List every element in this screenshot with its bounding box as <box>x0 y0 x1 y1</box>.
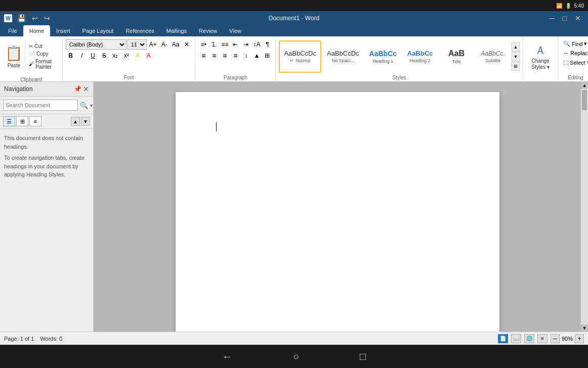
style-heading1[interactable]: AaBbCc Heading 1 <box>365 40 401 73</box>
android-back-btn[interactable]: ← <box>222 351 232 362</box>
nav-prev-btn[interactable]: ▲ <box>71 117 80 126</box>
document-page[interactable] <box>176 92 499 332</box>
align-justify-btn[interactable]: ≡ <box>230 51 240 61</box>
redo-quick-btn[interactable]: ↪ <box>42 13 52 23</box>
show-paragraph-btn[interactable]: ¶ <box>262 39 272 50</box>
minimize-btn[interactable]: ─ <box>547 13 558 23</box>
scroll-down-arrow[interactable]: ▼ <box>581 325 588 332</box>
paste-button[interactable]: 📋 Paste <box>3 39 25 73</box>
text-highlight-btn[interactable]: A <box>133 51 143 61</box>
view-outline[interactable]: ≡ <box>537 334 548 343</box>
font-row2: B I U S x₂ x² A A <box>66 51 192 61</box>
shading-btn[interactable]: ▲ <box>251 51 262 61</box>
numbering-btn[interactable]: 1. <box>209 39 219 50</box>
cut-button[interactable]: ✂ Cut <box>27 43 57 50</box>
line-spacing-btn[interactable]: ↕ <box>241 51 251 61</box>
document-area[interactable] <box>94 82 581 332</box>
font-color-btn[interactable]: A <box>144 51 154 61</box>
align-center-btn[interactable]: ≡ <box>209 51 219 61</box>
font-grow-btn[interactable]: A+ <box>148 39 158 50</box>
style-no-spacing[interactable]: AaBbCcDc No Spaci... <box>322 40 364 73</box>
tab-mailings[interactable]: Mailings <box>160 25 193 36</box>
tab-file[interactable]: File <box>2 25 23 36</box>
superscript-btn[interactable]: x² <box>121 51 132 61</box>
search-icon[interactable]: 🔍 <box>80 102 88 109</box>
styles-group: AaBbCcDc ↵ Normal AaBbCcDc No Spaci... A… <box>276 38 523 81</box>
view-print-layout[interactable]: 📄 <box>498 334 508 343</box>
align-left-btn[interactable]: ≡ <box>198 51 208 61</box>
style-heading2[interactable]: AaBbCc Heading 2 <box>402 40 438 73</box>
find-button[interactable]: 🔍 Find ▾ <box>561 39 588 48</box>
tab-view[interactable]: View <box>223 25 247 36</box>
style-normal[interactable]: AaBbCcDc ↵ Normal <box>279 40 321 73</box>
change-styles-button[interactable]: Ａ ChangeStyles ▾ <box>526 41 555 72</box>
italic-button[interactable]: I <box>77 51 87 61</box>
clipboard-group: 📋 Paste ✂ Cut 📄 Copy 🖌 Format Painter Cl… <box>0 38 63 81</box>
tab-references[interactable]: References <box>119 25 160 36</box>
nav-view-pages[interactable]: ⊞ <box>16 116 28 126</box>
nav-panel-header: Navigation 📌 ✕ <box>0 82 93 97</box>
zoom-in-btn[interactable]: + <box>575 334 584 343</box>
underline-button[interactable]: U <box>88 51 98 61</box>
zoom-level: 90% <box>562 336 573 342</box>
font-shrink-btn[interactable]: A- <box>159 39 170 50</box>
select-button[interactable]: ⬚ Select ▾ <box>561 58 588 67</box>
maximize-btn[interactable]: □ <box>560 13 570 23</box>
replace-button[interactable]: ↔ Replace <box>561 49 588 57</box>
status-bar: Page: 1 of 1 Words: 0 📄 📖 🌐 ≡ ─ 90% + <box>0 332 588 345</box>
strikethrough-btn[interactable]: S <box>99 51 109 61</box>
styles-more[interactable]: ⊞ <box>512 62 520 71</box>
font-family-select[interactable]: Calibri (Body) <box>66 39 127 50</box>
scroll-up-arrow[interactable]: ▲ <box>581 82 588 89</box>
font-size-select[interactable]: 11 <box>128 39 147 50</box>
copy-button[interactable]: 📄 Copy <box>27 51 57 57</box>
borders-btn[interactable]: ⊞ <box>262 51 272 61</box>
increase-indent-btn[interactable]: ⇥ <box>241 39 251 50</box>
view-full-reading[interactable]: 📖 <box>511 334 521 343</box>
styles-scroll-up[interactable]: ▲ <box>512 42 520 52</box>
bold-button[interactable]: B <box>66 51 76 61</box>
subscript-btn[interactable]: x₂ <box>110 51 120 61</box>
search-document-input[interactable] <box>3 100 78 111</box>
scroll-thumb[interactable] <box>582 90 587 110</box>
style-subtitle[interactable]: AaBbCc. Subtitle <box>475 40 511 73</box>
tab-insert[interactable]: Insert <box>50 25 76 36</box>
quick-access-toolbar: 💾 ↩ ↪ <box>15 13 52 23</box>
editing-buttons: 🔍 Find ▾ ↔ Replace ⬚ Select ▾ <box>561 39 588 67</box>
bullets-btn[interactable]: ≡• <box>198 39 208 50</box>
decrease-indent-btn[interactable]: ⇤ <box>230 39 240 50</box>
zoom-out-btn[interactable]: ─ <box>551 334 560 343</box>
nav-close-btn[interactable]: ✕ <box>83 85 89 93</box>
paragraph-group-label: Paragraph <box>195 75 275 80</box>
align-right-btn[interactable]: ≡ <box>220 51 230 61</box>
nav-next-btn[interactable]: ▼ <box>81 117 90 126</box>
system-topbar: 📶 🔋 5:40 <box>0 0 588 11</box>
status-left: Page: 1 of 1 Words: 0 <box>4 336 62 342</box>
clipboard-group-label: Clipboard <box>0 77 62 82</box>
nav-view-results[interactable]: ≡ <box>29 116 41 126</box>
clear-formatting-btn[interactable]: ✕ <box>182 39 192 50</box>
font-group-label: Font <box>63 75 195 80</box>
sort-btn[interactable]: ↕A <box>251 39 262 50</box>
nav-pin-btn[interactable]: 📌 <box>74 85 81 93</box>
ribbon: 📋 Paste ✂ Cut 📄 Copy 🖌 Format Painter Cl… <box>0 36 588 82</box>
multilevel-btn[interactable]: ≡≡ <box>220 39 230 50</box>
save-quick-btn[interactable]: 💾 <box>15 13 28 23</box>
android-recent-btn[interactable]: □ <box>360 351 366 362</box>
right-scrollbar[interactable]: ▲ ▼ <box>581 82 588 332</box>
style-no-spacing-preview: AaBbCcDc <box>327 50 359 57</box>
tab-home[interactable]: Home <box>23 25 50 36</box>
change-case-btn[interactable]: Aa <box>171 39 181 50</box>
android-home-btn[interactable]: ○ <box>293 351 299 362</box>
tab-page-layout[interactable]: Page Layout <box>76 25 120 36</box>
undo-quick-btn[interactable]: ↩ <box>30 13 40 23</box>
styles-scroll-down[interactable]: ▼ <box>512 52 520 61</box>
format-painter-button[interactable]: 🖌 Format Painter <box>27 58 57 70</box>
nav-view-headings[interactable]: ☰ <box>3 116 15 126</box>
style-title[interactable]: AaB Title <box>439 40 474 73</box>
view-web-layout[interactable]: 🌐 <box>524 334 534 343</box>
tab-review[interactable]: Review <box>193 25 223 36</box>
change-styles-label: ChangeStyles ▾ <box>532 58 550 70</box>
close-btn[interactable]: ✕ <box>572 13 584 23</box>
search-dropdown-btn[interactable]: ▾ <box>90 103 93 108</box>
